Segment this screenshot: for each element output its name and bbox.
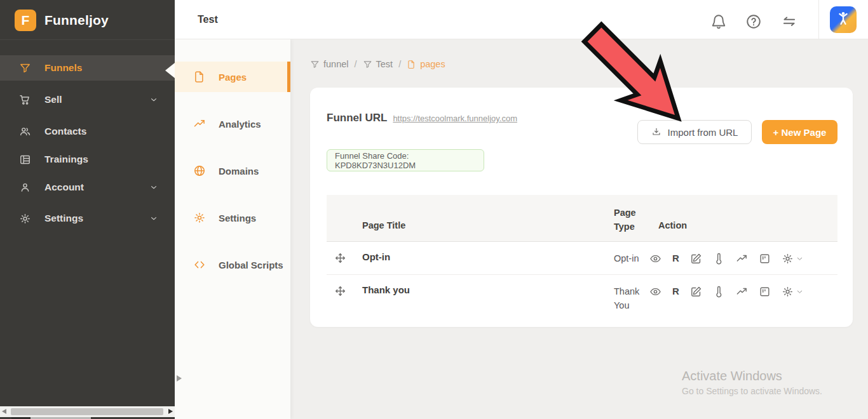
column-header-page-title: Page Title	[362, 220, 405, 230]
topbar-divider	[818, 0, 819, 39]
sidebar-divider	[0, 39, 175, 40]
sidebar-item-settings[interactable]: Settings	[0, 206, 175, 231]
column-header-page-type: Page Type	[614, 206, 643, 234]
sidebar-horizontal-scrollbar[interactable]	[0, 406, 175, 417]
sidebar-item-label: Sell	[44, 94, 62, 105]
funnel-icon	[19, 62, 31, 74]
sidebar-item-contacts[interactable]: Contacts	[0, 119, 175, 144]
subsidebar-item-domains[interactable]: Domains	[175, 156, 290, 186]
bell-icon[interactable]	[710, 13, 727, 30]
sidebar-item-trainings[interactable]: Trainings	[0, 147, 175, 172]
r-badge[interactable]: R	[672, 253, 679, 265]
funnel-icon	[310, 60, 320, 69]
subsidebar-item-analytics[interactable]: Analytics	[175, 109, 290, 139]
sidebar-item-sell[interactable]: Sell	[0, 87, 175, 112]
swap-arrows-icon[interactable]	[781, 13, 797, 30]
page-icon	[407, 60, 416, 69]
gear-icon	[782, 286, 794, 298]
gear-icon	[193, 211, 206, 224]
logo[interactable]: F Funneljoy	[0, 0, 175, 31]
subsidebar-item-global-scripts[interactable]: Global Scripts	[175, 249, 290, 280]
column-header-action: Action	[658, 220, 687, 230]
secondary-sidebar: Pages Analytics Domains Settings Global …	[175, 39, 290, 419]
scroll-right-arrow[interactable]	[168, 409, 173, 414]
app-title: Funneljoy	[44, 13, 109, 28]
trend-icon	[193, 117, 206, 130]
thermometer-icon[interactable]	[713, 253, 725, 265]
subsidebar-item-settings[interactable]: Settings	[175, 203, 290, 233]
eye-icon[interactable]	[649, 253, 661, 265]
chevron-down-icon	[796, 255, 804, 263]
breadcrumb-label: pages	[420, 59, 445, 69]
app-screen: F Funneljoy Funnels Sell Contacts Traini…	[0, 0, 868, 419]
sidebar-item-label: Trainings	[44, 154, 88, 165]
breadcrumb-separator: /	[355, 59, 357, 69]
globe-icon	[193, 164, 206, 177]
sidebar-item-label: Settings	[44, 213, 83, 224]
drag-handle-icon[interactable]	[334, 252, 346, 264]
import-from-url-button[interactable]: Import from URL	[637, 120, 752, 144]
row-actions: R	[649, 242, 804, 275]
breadcrumb-separator: /	[398, 59, 401, 69]
subsidebar-item-pages[interactable]: Pages	[175, 62, 290, 92]
breadcrumb: funnel / Test / pages	[310, 59, 445, 69]
table-header: Page Title Page Type Action	[327, 195, 837, 242]
subsidebar-item-label: Pages	[219, 72, 247, 83]
page-title-cell: Opt-in	[362, 251, 390, 262]
subsidebar-item-label: Global Scripts	[219, 260, 283, 270]
subsidebar-item-label: Analytics	[219, 119, 261, 130]
funnel-url-label: Funnel URL	[327, 112, 387, 124]
cart-icon	[19, 94, 31, 106]
new-page-button[interactable]: + New Page	[762, 120, 837, 144]
edit-icon[interactable]	[690, 286, 702, 298]
pages-card: Funnel URL https://testcoolmark.funneljo…	[310, 88, 853, 327]
sidebar-item-account[interactable]: Account	[0, 175, 175, 200]
scrollbar-thumb[interactable]	[11, 408, 163, 415]
trainings-icon	[19, 154, 31, 166]
stats-icon[interactable]	[736, 286, 748, 298]
help-icon[interactable]	[745, 13, 762, 30]
download-icon	[651, 127, 661, 137]
eye-icon[interactable]	[649, 286, 661, 298]
funnel-url-row: Funnel URL https://testcoolmark.funneljo…	[327, 112, 517, 124]
scroll-left-arrow[interactable]	[2, 409, 6, 414]
breadcrumb-test[interactable]: Test	[363, 59, 393, 69]
chevron-down-icon	[149, 95, 158, 104]
row-settings-dropdown[interactable]	[782, 286, 804, 298]
subsidebar-item-label: Domains	[219, 166, 259, 176]
kanban-icon[interactable]	[759, 253, 771, 265]
stats-icon[interactable]	[736, 253, 748, 265]
active-item-notch	[165, 63, 175, 78]
table-row: Opt-in Opt-in R	[327, 242, 837, 275]
funnel-url-link[interactable]: https://testcoolmark.funneljoy.com	[393, 114, 517, 123]
subsidebar-item-label: Settings	[219, 213, 256, 223]
thermometer-icon[interactable]	[713, 286, 725, 298]
page-title-cell: Thank you	[362, 284, 410, 295]
topbar: Test	[175, 0, 868, 39]
gear-icon	[19, 213, 31, 225]
kanban-icon[interactable]	[759, 286, 771, 298]
sidebar-item-funnels[interactable]: Funnels	[0, 55, 175, 81]
page-title: Test	[198, 14, 218, 25]
activate-windows-watermark: Activate Windows Go to Settings to activ…	[682, 369, 822, 396]
r-badge[interactable]: R	[672, 286, 679, 298]
breadcrumb-label: Test	[376, 59, 393, 69]
page-type-cell: Opt-in	[614, 251, 644, 265]
chevron-down-icon	[796, 288, 804, 296]
funnel-icon	[363, 60, 372, 69]
row-settings-dropdown[interactable]	[782, 253, 804, 265]
browser-extension-avatar[interactable]	[830, 6, 857, 33]
drag-handle-icon[interactable]	[334, 285, 346, 297]
breadcrumb-pages[interactable]: pages	[407, 59, 445, 69]
main-content: funnel / Test / pages Funnel URL https:/…	[290, 39, 868, 419]
import-button-label: Import from URL	[668, 127, 738, 138]
jumping-person-icon	[834, 10, 852, 27]
sidebar-item-label: Account	[44, 182, 84, 193]
code-icon	[193, 258, 206, 271]
expand-arrow-icon[interactable]	[177, 375, 182, 382]
breadcrumb-funnel[interactable]: funnel	[310, 59, 349, 69]
gear-icon	[782, 253, 794, 265]
sidebar-item-label: Funnels	[44, 62, 82, 74]
edit-icon[interactable]	[690, 253, 702, 265]
page-icon	[193, 70, 206, 83]
